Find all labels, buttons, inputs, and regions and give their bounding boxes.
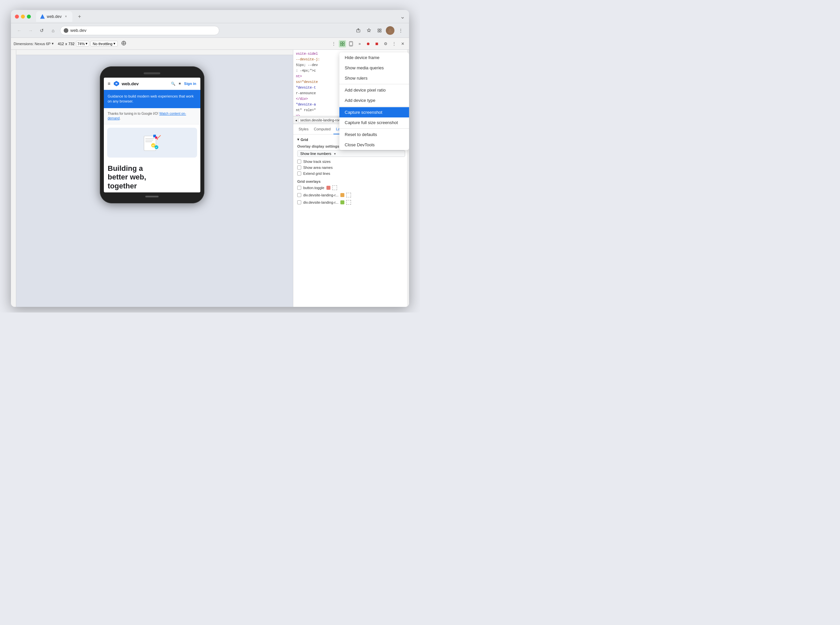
url-bar[interactable]: web.dev [60, 26, 219, 35]
overlay-color-button-toggle[interactable] [327, 186, 330, 190]
context-divider-1 [339, 84, 409, 84]
context-capture-screenshot[interactable]: Capture screenshot [339, 107, 409, 117]
overlay-color-devsite-2[interactable] [341, 201, 344, 204]
share-icon[interactable] [354, 26, 362, 35]
show-track-sizes-checkbox[interactable] [297, 160, 301, 163]
grid-overlays-section: Grid overlays button.toggle div.devsite-… [297, 179, 405, 205]
zoom-chevron-icon: ▾ [86, 42, 87, 46]
show-area-names-checkbox[interactable] [297, 166, 301, 169]
webdev-logo: web.dev [113, 80, 138, 87]
show-track-sizes-row: Show track sizes [297, 160, 405, 163]
phone-speaker [144, 72, 160, 74]
svg-rect-4 [378, 31, 379, 32]
throttle-selector[interactable]: No throttling ▾ [90, 41, 118, 47]
close-button[interactable] [15, 15, 19, 19]
overlay-label-button-toggle: button.toggle [303, 186, 324, 190]
phone-screen: ≡ web.dev 🔍 ☀ Sign in [104, 78, 201, 193]
settings-icon[interactable]: ⚙ [382, 40, 389, 47]
zoom-selector[interactable]: 74% ▾ [76, 41, 89, 47]
devtools-menu-icon[interactable]: ⋮ [390, 40, 398, 47]
context-hide-device-frame[interactable]: Hide device frame [339, 53, 409, 63]
tab-computed[interactable]: Computed [311, 124, 333, 134]
device-frame-icon[interactable] [347, 40, 355, 47]
overlay-checkbox-devsite-2[interactable] [297, 201, 301, 204]
svg-rect-11 [343, 42, 344, 44]
refresh-button[interactable]: ↺ [37, 26, 46, 35]
devtools-more-icon[interactable]: » [356, 40, 363, 47]
extensions-icon[interactable] [375, 26, 384, 35]
back-button[interactable]: ← [15, 26, 23, 35]
overlay-checkbox-button-toggle[interactable] [297, 186, 301, 190]
svg-rect-22 [145, 140, 153, 140]
responsive-grid-icon[interactable] [339, 40, 346, 47]
svg-rect-3 [380, 29, 381, 30]
webdev-heading: Building a better web, together [104, 161, 201, 193]
window-chevron-icon[interactable]: ⌄ [400, 13, 405, 20]
minimize-button[interactable] [21, 15, 25, 19]
breadcrumb-arrow-icon: ◂ [295, 118, 297, 122]
search-icon[interactable]: 🔍 [171, 82, 176, 86]
layout-panel: ▾ Grid Overlay display settings Show lin… [293, 135, 409, 307]
dimensions-selector[interactable]: Dimensions: Nexus 6P ▾ [14, 42, 54, 46]
context-add-device-type[interactable]: Add device type [339, 95, 409, 106]
show-track-sizes-label: Show track sizes [303, 160, 331, 163]
forward-button[interactable]: → [26, 26, 35, 35]
overlay-item-devsite-2: div.devsite-landing-r... [297, 200, 405, 205]
new-tab-button[interactable]: + [75, 12, 84, 21]
phone-home-indicator [145, 196, 159, 197]
tab-styles[interactable]: Styles [296, 124, 311, 134]
webdev-notice: Thanks for tuning in to Google I/O! Watc… [104, 108, 201, 124]
tab-close-icon[interactable]: × [64, 14, 68, 19]
svg-rect-25 [155, 136, 157, 138]
show-line-numbers-dropdown[interactable]: Show line numbers ▾ [297, 150, 405, 157]
notice-text: Thanks for tuning in to Google I/O! Watc… [108, 112, 186, 120]
browser-more-icon[interactable]: ⋮ [397, 26, 405, 35]
context-add-device-pixel-ratio[interactable]: Add device pixel ratio [339, 85, 409, 95]
hamburger-icon[interactable]: ≡ [108, 81, 110, 86]
star-icon[interactable] [365, 26, 373, 35]
svg-rect-2 [378, 29, 379, 30]
context-show-rulers[interactable]: Show rulers [339, 73, 409, 83]
extend-grid-lines-checkbox[interactable] [297, 171, 301, 176]
main-area: ≡ web.dev 🔍 ☀ Sign in [11, 50, 409, 307]
maximize-button[interactable] [27, 15, 31, 19]
context-reset-defaults[interactable]: Reset to defaults [339, 129, 409, 140]
context-menu: Hide device frame Show media queries Sho… [339, 53, 409, 150]
viewport-size: 412 x 732 [58, 42, 74, 46]
address-bar: ← → ↺ ⌂ web.dev [11, 23, 409, 38]
theme-toggle-icon[interactable]: ☀ [178, 82, 182, 86]
record-icon[interactable]: ⏺ [365, 40, 372, 47]
browser-tab[interactable]: web.dev × [36, 11, 72, 22]
dimensions-label: Dimensions: Nexus 6P [14, 42, 50, 46]
zoom-label: 74% [78, 42, 85, 46]
context-capture-full-screenshot[interactable]: Capture full size screenshot [339, 117, 409, 128]
overlay-checkbox-devsite-1[interactable] [297, 193, 301, 197]
context-close-devtools[interactable]: Close DevTools [339, 140, 409, 150]
viewport-height[interactable]: 732 [68, 42, 74, 46]
ruler-top [11, 50, 293, 55]
svg-rect-13 [343, 44, 344, 46]
viewport-width[interactable]: 412 [58, 42, 64, 46]
home-button[interactable]: ⌂ [49, 26, 58, 35]
overlay-grid-icon-devsite-1[interactable] [346, 193, 351, 197]
context-show-media-queries[interactable]: Show media queries [339, 63, 409, 73]
more-options-button[interactable]: ⋮ [330, 40, 338, 47]
overlay-color-devsite-1[interactable] [341, 193, 344, 197]
close-devtools-icon[interactable]: ✕ [399, 40, 406, 47]
overlay-grid-icon-button-toggle[interactable] [333, 185, 337, 190]
overlay-grid-icon-devsite-2[interactable] [346, 200, 351, 205]
dimensions-chevron-icon: ▾ [52, 42, 54, 46]
tab-title: web.dev [47, 14, 62, 19]
profile-avatar[interactable] [386, 26, 394, 35]
svg-rect-0 [65, 30, 67, 32]
webdev-banner: Guidance to build modern web experiences… [104, 90, 201, 108]
signin-link[interactable]: Sign in [184, 82, 196, 86]
webdev-illustration [107, 128, 197, 158]
svg-line-28 [157, 135, 160, 139]
tab-favicon-icon [40, 14, 45, 19]
show-line-numbers-dropdown-row: Show line numbers ▾ [297, 150, 405, 157]
webdev-logo-text: web.dev [122, 81, 138, 86]
show-area-names-row: Show area names [297, 166, 405, 169]
notice-link[interactable]: Watch content on-demand [108, 112, 186, 120]
stop-icon[interactable]: ⏹ [373, 40, 381, 47]
